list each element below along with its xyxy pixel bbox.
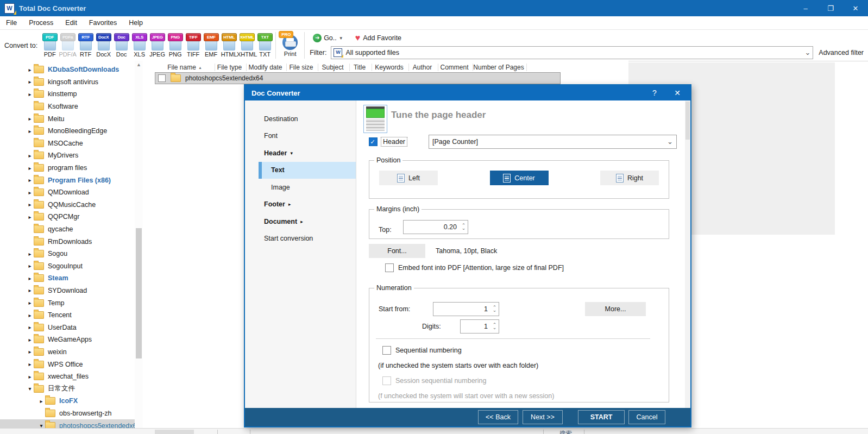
expand-arrow-icon[interactable]: ▸ [26,349,34,355]
sequential-numbering-checkbox[interactable] [382,346,391,355]
print-button[interactable]: PRO Print [278,33,303,57]
tree-item[interactable]: RmDownloads [0,235,135,248]
tree-item[interactable]: MSOCache [0,137,135,150]
format-button[interactable]: Doc Doc [112,33,130,58]
dialog-nav-item[interactable]: Start conversion [245,230,356,248]
tree-item[interactable]: ▸ Temp [0,297,135,309]
scrollbar-thumb[interactable] [685,102,690,140]
expand-arrow-icon[interactable]: ▸ [37,398,45,404]
tree-item[interactable]: ▸ Sogou [0,248,135,260]
tree-item[interactable]: ▸ Program Files (x86) [0,174,135,186]
column-header[interactable]: Comment [438,64,473,71]
expand-arrow-icon[interactable]: ▸ [26,275,34,281]
expand-arrow-icon[interactable]: ▸ [26,287,34,293]
tree-item[interactable]: ▸ program files [0,162,135,174]
expand-arrow-icon[interactable]: ▸ [26,251,34,257]
help-icon[interactable]: ? [644,89,665,97]
menu-item[interactable]: Favorites [83,19,123,27]
dialog-nav-item[interactable]: Header ▾ [245,144,356,162]
expand-arrow-icon[interactable]: ▸ [26,153,34,159]
expand-arrow-icon[interactable]: ▾ [26,386,34,392]
tree-item[interactable]: ▸ MonoBleedingEdge [0,125,135,137]
advanced-filter-link[interactable]: Advanced filter [819,49,864,56]
format-button[interactable]: TIFF TIFF [184,33,202,58]
dialog-nav-item[interactable]: Footer ▸ [245,196,356,213]
tree-scrollbar[interactable]: ▲ ▼ [135,61,143,434]
column-header[interactable]: Keywords [372,64,409,71]
expand-arrow-icon[interactable]: ▸ [26,190,34,196]
dialog-close-icon[interactable]: ✕ [665,89,689,97]
tree-item[interactable]: ▸ IcoFX [0,395,135,407]
format-button[interactable]: DocX DocX [95,33,112,58]
tree-item[interactable]: ▸ Meitu [0,112,135,125]
format-button[interactable]: HTML HTML [220,33,238,58]
spin-down-icon[interactable]: ⌄ [462,227,466,230]
scrollbar-thumb[interactable] [136,228,142,358]
tree-item[interactable]: ▸ kingsoft antivirus [0,76,135,89]
expand-arrow-icon[interactable]: ▸ [26,214,34,220]
embed-font-checkbox[interactable] [385,263,394,272]
expand-arrow-icon[interactable]: ▸ [26,128,34,134]
tree-item[interactable]: ▸ SogouInput [0,260,135,273]
tree-item[interactable]: ▸ weixin [0,346,135,358]
expand-arrow-icon[interactable]: ▸ [26,116,34,122]
filter-dropdown[interactable]: W All supported files ⌄ [331,46,813,59]
column-header[interactable]: Author [409,64,438,71]
go-dropdown-caret[interactable]: ▼ [339,36,343,41]
column-header[interactable]: Title [350,64,372,71]
expand-arrow-icon[interactable]: ▸ [26,165,34,171]
expand-arrow-icon[interactable]: ▸ [26,374,34,380]
minimize-button[interactable]: – [793,0,818,16]
expand-arrow-icon[interactable]: ▸ [26,177,34,183]
spin-down-icon[interactable]: ⌄ [493,326,497,330]
expand-arrow-icon[interactable]: ▸ [26,361,34,367]
format-button[interactable]: RTF RTF [77,33,95,58]
tree-item[interactable]: ▸ Steam [0,272,135,285]
expand-arrow-icon[interactable]: ▸ [26,91,34,97]
expand-arrow-icon[interactable]: ▸ [26,337,34,343]
go-button[interactable]: ➜ Go.. ▼ [313,34,343,42]
position-button[interactable]: Left [379,171,438,185]
tree-item[interactable]: ▸ KDubaSoftDownloads [0,64,135,76]
font-button[interactable]: Font... [369,244,425,258]
start-button[interactable]: START [578,410,625,424]
tree-item[interactable]: ▸ SYDownload [0,285,135,297]
header-checkbox-label[interactable]: Header [381,137,407,146]
tree-item[interactable]: ▸ QMDownload [0,186,135,199]
header-value-dropdown[interactable]: [Page Counter] ⌄ [429,135,677,149]
column-header[interactable]: Modify date [247,64,287,71]
tree-item[interactable]: ▸ QQPCMgr [0,211,135,223]
column-header[interactable]: File size [287,64,318,71]
column-header[interactable]: File name▲ [155,64,215,71]
expand-arrow-icon[interactable]: ▸ [26,312,34,318]
expand-arrow-icon[interactable]: ▸ [26,263,34,269]
digits-spinner[interactable]: 1 ⌃⌄ [460,319,499,334]
tree-item[interactable]: ▸ Tencent [0,309,135,322]
tree-item[interactable]: obs-browsertg-zh [0,407,135,420]
top-margin-spinner[interactable]: 0.20 ⌃⌄ [403,220,468,234]
close-button[interactable]: ✕ [843,0,868,16]
dialog-nav-item[interactable]: Document ▸ [245,213,356,230]
tree-item[interactable]: ▾ 日常文件 [0,382,135,395]
dialog-nav-item[interactable]: Font [245,128,356,145]
expand-arrow-icon[interactable]: ▸ [26,67,34,73]
menu-item[interactable]: File [0,19,23,27]
position-button[interactable]: Center [490,171,549,185]
format-button[interactable]: XHTML XHTML [238,33,256,58]
next-button[interactable]: Next >> [523,410,563,424]
format-button[interactable]: JPEG JPEG [148,33,166,58]
cancel-button[interactable]: Cancel [628,410,665,424]
back-button[interactable]: << Back [478,410,518,424]
format-button[interactable]: PNG PNG [166,33,184,58]
more-button[interactable]: More... [585,302,646,316]
format-button[interactable]: TXT TXT [256,33,274,58]
column-header[interactable]: Number of Pages [473,64,527,71]
column-header[interactable]: Subject [318,64,350,71]
menu-item[interactable]: Edit [59,19,83,27]
column-header[interactable]: File type [215,64,247,71]
menu-item[interactable]: Process [23,19,59,27]
tree-item[interactable]: ▸ xwechat_files [0,370,135,383]
tree-item[interactable]: ▸ UserData [0,321,135,334]
maximize-button[interactable]: ❐ [818,0,843,16]
start-from-spinner[interactable]: 1 ⌃⌄ [433,302,499,316]
